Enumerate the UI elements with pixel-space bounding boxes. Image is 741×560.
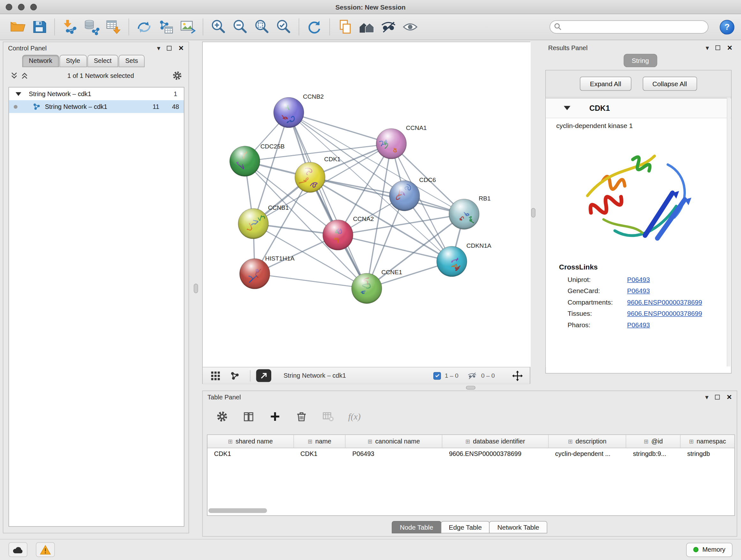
collapse-caret-icon[interactable] [564,106,570,110]
home-networks-button[interactable] [356,16,378,38]
right-splitter-handle[interactable] [531,208,535,218]
network-edge[interactable] [338,235,452,261]
network-mode-button[interactable] [228,368,242,382]
close-window-button[interactable] [6,4,12,10]
panel-close-icon[interactable]: ✕ [726,393,732,401]
cell-id[interactable]: stringdb:9... [626,448,681,461]
help-button[interactable]: ? [720,19,734,34]
cloud-status-button[interactable] [9,543,27,557]
clone-network-button[interactable] [334,16,356,38]
minimize-window-button[interactable] [18,4,24,10]
zoom-in-button[interactable] [207,16,229,38]
hide-selected-button[interactable] [378,16,399,38]
expand-all-button[interactable]: Expand All [580,77,631,91]
network-node-ccnb2[interactable] [273,98,304,128]
new-network-button[interactable] [133,16,155,38]
column-header-namespace[interactable]: namespac [681,435,735,448]
column-header-id[interactable]: @id [626,435,681,448]
zoom-selected-button[interactable] [273,16,294,38]
crosslink-compartments-link[interactable]: 9606.ENSP00000378699 [627,298,702,306]
panel-close-icon[interactable]: ✕ [727,44,732,52]
network-collection-row[interactable]: String Network – cdk1 1 [9,87,184,100]
memory-button[interactable]: Memory [686,543,733,557]
panel-float-icon[interactable] [167,46,172,51]
crosslink-tissues-link[interactable]: 9606.ENSP00000378699 [627,310,702,317]
network-node-ccna2[interactable] [323,220,353,250]
import-network-database-button[interactable] [81,16,103,38]
network-node-ccna1[interactable] [376,129,407,159]
tab-network[interactable]: Network [22,55,59,67]
network-node-ccne1[interactable] [352,273,382,304]
tab-node-table[interactable]: Node Table [392,521,441,534]
show-columns-button[interactable] [242,409,256,423]
apply-layout-button[interactable] [304,16,325,38]
zoom-window-button[interactable] [30,4,37,10]
cell-namespace[interactable]: stringdb [681,448,735,461]
cell-canonical-name[interactable]: P06493 [346,448,442,461]
crosslink-pharos-link[interactable]: P06493 [627,321,650,329]
tab-edge-table[interactable]: Edge Table [441,521,490,534]
network-node-ccnb1[interactable] [238,208,268,239]
panel-menu-icon[interactable] [157,44,160,52]
search-input[interactable] [549,20,709,34]
save-session-button[interactable] [28,16,50,38]
delete-column-button[interactable] [294,409,309,423]
panel-menu-icon[interactable] [705,44,709,52]
network-options-button[interactable] [172,70,183,81]
panel-close-icon[interactable]: ✕ [179,44,184,52]
panel-float-icon[interactable] [716,45,720,50]
tab-style[interactable]: Style [59,55,87,67]
crosslink-genecard-link[interactable]: P06493 [627,287,650,295]
network-canvas[interactable]: CCNB2CCNA1CDC25BCDK1CDC6RB1CCNB1CCNA2CDK… [203,42,531,367]
network-node-cdk1[interactable] [295,162,325,192]
table-horizontal-scrollbar[interactable] [208,508,733,514]
open-session-button[interactable] [7,16,28,38]
left-splitter-handle[interactable] [194,284,198,294]
column-header-database-identifier[interactable]: database identifier [442,435,549,448]
column-header-canonical-name[interactable]: canonical name [346,435,442,448]
panel-menu-icon[interactable] [705,393,709,401]
collapse-all-button[interactable]: Collapse All [643,77,697,91]
network-edge[interactable] [289,112,391,144]
results-scrollbar[interactable] [727,98,731,367]
cell-shared-name[interactable]: CDK1 [207,448,294,461]
pan-tool-button[interactable] [511,369,524,382]
tab-select[interactable]: Select [87,55,118,67]
cell-database-identifier[interactable]: 9606.ENSP00000378699 [442,448,549,461]
open-in-browser-button[interactable] [256,369,271,382]
network-node-rb1[interactable] [449,199,479,229]
column-header-name[interactable]: name [294,435,346,448]
zoom-out-button[interactable] [229,16,251,38]
selected-indicator-checkbox[interactable] [433,372,441,380]
tree-caret-icon[interactable] [16,92,21,96]
tab-network-table[interactable]: Network Table [489,521,547,534]
bottom-splitter-handle[interactable] [466,386,475,389]
crosslink-uniprot-link[interactable]: P06493 [627,275,650,283]
network-node-cdkn1a[interactable] [436,246,467,277]
column-header-shared-name[interactable]: shared name [207,435,294,448]
table-options-button[interactable] [215,409,229,423]
column-header-description[interactable]: description [549,435,626,448]
scrollbar-thumb[interactable] [208,508,267,513]
table-row[interactable]: CDK1 CDK1 P06493 9606.ENSP00000378699 cy… [207,448,734,461]
network-from-table-button[interactable] [155,16,177,38]
show-all-button[interactable] [399,16,421,38]
create-column-button[interactable] [268,409,282,423]
expand-all-networks-button[interactable] [19,71,30,80]
network-edge[interactable] [255,273,367,288]
tab-sets[interactable]: Sets [119,55,145,67]
network-node-cdc25b[interactable] [230,146,260,177]
cell-name[interactable]: CDK1 [294,448,346,461]
zoom-fit-button[interactable] [251,16,273,38]
export-image-button[interactable] [177,16,199,38]
network-graph[interactable]: CCNB2CCNA1CDC25BCDK1CDC6RB1CCNB1CCNA2CDK… [203,42,531,367]
protein-entry-header[interactable]: CDK1 [546,98,731,118]
cell-description[interactable]: cyclin-dependent ... [549,448,626,461]
collapse-all-networks-button[interactable] [9,71,19,80]
network-row-selected[interactable]: String Network – cdk1 11 48 [9,100,184,113]
grid-mode-button[interactable] [208,368,222,382]
import-table-button[interactable] [103,16,124,38]
network-node-cdc6[interactable] [389,181,420,211]
panel-float-icon[interactable] [715,395,720,400]
network-node-hist1h1a[interactable] [240,259,270,289]
